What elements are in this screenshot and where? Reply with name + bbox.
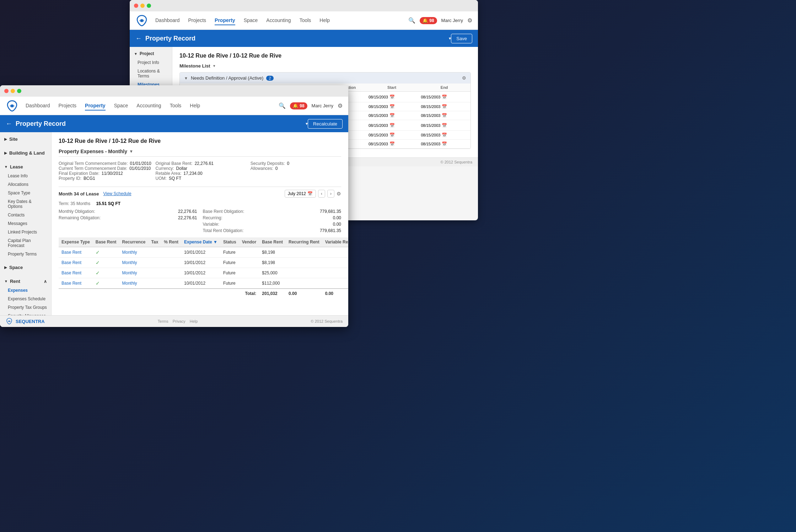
front-sidebar-expenses[interactable]: Expenses [0,286,51,295]
back-m5-start-date[interactable]: 08/15/2003 📅 [369,133,395,138]
front-divider [59,187,341,187]
front-sidebar-messages[interactable]: Messages [0,219,51,228]
front-row1-check-icon: ✓ [96,249,100,255]
front-month-next-btn[interactable]: › [327,190,334,198]
front-month-settings-icon[interactable]: ⚙ [337,191,341,197]
front-row2-recurrence-link[interactable]: Monthly [122,260,137,265]
front-sidebar-allocations[interactable]: Allocations [0,180,51,189]
front-row1-expense-link[interactable]: Base Rent [61,250,81,255]
back-sidebar-project-header[interactable]: ▼ Project [130,49,172,58]
back-close-btn[interactable] [134,4,138,8]
back-sidebar-locations[interactable]: Locations & Terms [130,67,172,80]
front-month-date[interactable]: July 2012 📅 [285,190,316,198]
back-minimize-btn[interactable] [140,4,145,8]
front-th-tax: Tax [149,237,161,247]
back-m2-start-date[interactable]: 08/15/2003 📅 [369,104,395,109]
front-row1-recurrence-link[interactable]: Monthly [122,250,137,255]
front-row3-recurrence-link[interactable]: Monthly [122,270,137,275]
front-site-chevron: ▶ [4,137,7,141]
back-nav-property[interactable]: Property [215,16,235,25]
back-save-btn[interactable]: Save [451,34,472,43]
back-m5-end-date[interactable]: 08/15/2003 📅 [421,133,447,138]
front-row3-vendor [239,268,259,278]
front-recalculate-btn[interactable]: Recalculate [308,119,343,129]
front-record-back-btn[interactable]: ← [6,120,12,128]
back-notification-btn[interactable]: 🔔 98 [420,17,437,24]
back-nav-projects[interactable]: Projects [188,16,206,25]
front-sidebar-property-tax[interactable]: Property Tax Groups [0,303,51,312]
front-footer-privacy[interactable]: Privacy [173,319,185,323]
front-info-original-term: Original Term Commencement Date: 01/01/2… [59,161,151,166]
front-section-chevron[interactable]: ▾ [130,149,132,154]
front-settings-icon[interactable]: ⚙ [338,102,343,109]
front-sidebar-site-header[interactable]: ▶ Site [0,134,51,144]
front-nav-help[interactable]: Help [190,101,200,111]
front-search-icon[interactable]: 🔍 [279,102,286,109]
front-table-header-row: Expense Type Base Rent Recurrence Tax % … [59,237,348,247]
front-sidebar-space-header[interactable]: ▶ Space [0,263,51,272]
front-nav-projects[interactable]: Projects [59,101,77,111]
front-footer-help[interactable]: Help [190,319,198,323]
front-row4-expense-link[interactable]: Base Rent [61,281,81,286]
front-th-expense-date[interactable]: Expense Date ▼ [181,237,220,247]
front-nav-property[interactable]: Property [85,101,106,111]
front-close-btn[interactable] [4,89,9,93]
front-sidebar-rent-header[interactable]: ▼ Rent ∧ [0,276,51,286]
front-sidebar-key-dates[interactable]: Key Dates & Options [0,197,51,211]
back-settings-icon[interactable]: ⚙ [467,17,472,24]
back-m6-start-date[interactable]: 08/15/2003 📅 [369,141,395,146]
back-accordion-badge: 2 [266,76,273,81]
front-row4-recurrence-link[interactable]: Monthly [122,281,137,286]
front-rent-collapse[interactable]: ∧ [44,279,47,284]
back-m3-start-date[interactable]: 08/15/2003 📅 [369,113,395,118]
front-section-header: Property Expenses - Monthly ▾ [59,149,341,157]
front-month-prev-btn[interactable]: ‹ [318,190,325,198]
front-info-grid: Original Term Commencement Date: 01/01/2… [59,161,341,181]
front-row3-expense-link[interactable]: Base Rent [61,270,81,275]
front-view-schedule-link[interactable]: View Schedule [103,191,131,196]
back-m4-end-date[interactable]: 08/15/2003 📅 [421,123,447,128]
back-nav-help[interactable]: Help [319,16,330,25]
back-nav-space[interactable]: Space [244,16,258,25]
front-sidebar-property-terms[interactable]: Property Terms [0,250,51,258]
front-nav-tools[interactable]: Tools [170,101,182,111]
front-minimize-btn[interactable] [11,89,15,93]
back-milestone-list-label: Milestone List [179,63,210,69]
front-maximize-btn[interactable] [17,89,21,93]
back-record-back-btn[interactable]: ← [135,35,142,42]
front-nav-space[interactable]: Space [114,101,128,111]
back-user-name[interactable]: Marc Jerry [441,18,463,23]
back-accordion-header[interactable]: ▼ Needs Definition / Approval (Active) 2… [180,72,470,84]
front-row3-base-rent-val: $25,000 [259,268,286,278]
back-nav-dashboard[interactable]: Dashboard [155,16,180,25]
front-sidebar-security-allowances[interactable]: Security Allowances [0,312,51,315]
back-search-icon[interactable]: 🔍 [408,17,415,24]
back-milestone-chevron[interactable]: ▾ [213,64,215,68]
back-nav-accounting[interactable]: Accounting [266,16,291,25]
front-sidebar-linked-projects[interactable]: Linked Projects [0,228,51,236]
back-m6-end-date[interactable]: 08/15/2003 📅 [421,141,447,146]
back-maximize-btn[interactable] [147,4,151,8]
front-sidebar-building-header[interactable]: ▶ Building & Land [0,148,51,158]
back-accordion-settings[interactable]: ⚙ [462,75,466,81]
front-row2-expense-link[interactable]: Base Rent [61,260,81,265]
back-m1-end-date[interactable]: 08/15/2003 📅 [421,95,447,100]
back-m3-end-date[interactable]: 08/15/2003 📅 [421,113,447,118]
front-sidebar-capital-plan[interactable]: Capital Plan Forecast [0,236,51,250]
front-footer-terms[interactable]: Terms [158,319,168,323]
front-nav-accounting[interactable]: Accounting [136,101,161,111]
front-sidebar-space-type[interactable]: Space Type [0,189,51,197]
back-sidebar-project-info[interactable]: Project Info [130,58,172,67]
back-m2-end-date[interactable]: 08/15/2003 📅 [421,104,447,109]
front-sidebar-expenses-schedule[interactable]: Expenses Schedule [0,295,51,303]
front-sidebar-lease-header[interactable]: ▼ Lease [0,162,51,172]
front-user-name[interactable]: Marc Jerry [312,103,333,108]
back-nav-tools[interactable]: Tools [300,16,311,25]
front-total-recurring: 0.00 [286,289,322,298]
front-nav-dashboard[interactable]: Dashboard [26,101,50,111]
back-m4-start-date[interactable]: 08/15/2003 📅 [369,123,395,128]
back-m1-start-date[interactable]: 08/15/2003 📅 [369,95,395,100]
front-notification-btn[interactable]: 🔔 98 [290,102,307,109]
front-sidebar-lease-info[interactable]: Lease Info [0,172,51,180]
front-sidebar-contacts[interactable]: Contacts [0,211,51,219]
